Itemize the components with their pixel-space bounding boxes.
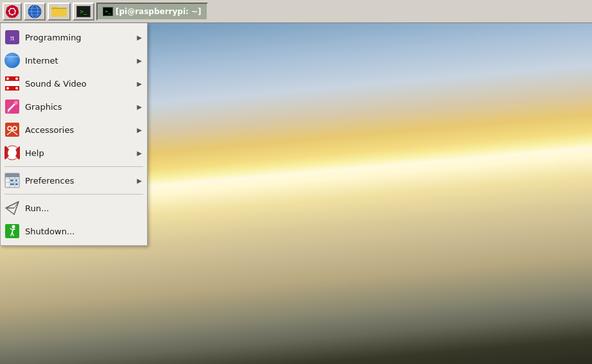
raspberry-icon bbox=[5, 4, 19, 19]
svg-point-2 bbox=[10, 9, 15, 14]
menu-item-programming[interactable]: π Programming ▶ bbox=[1, 26, 147, 49]
terminal-icon: >_ bbox=[76, 6, 91, 17]
internet-label: Internet bbox=[25, 56, 132, 65]
help-arrow: ▶ bbox=[137, 150, 142, 157]
svg-rect-46 bbox=[15, 180, 17, 182]
svg-text:π: π bbox=[10, 33, 15, 42]
svg-line-56 bbox=[12, 229, 15, 230]
file-manager-button[interactable] bbox=[48, 3, 71, 21]
help-icon bbox=[4, 145, 20, 160]
menu-item-sound-video[interactable]: Sound & Video ▶ bbox=[1, 72, 147, 95]
menu-item-graphics[interactable]: Graphics ▶ bbox=[1, 95, 147, 118]
svg-point-29 bbox=[14, 101, 18, 105]
menu-item-preferences[interactable]: Preferences ▶ bbox=[1, 169, 147, 192]
folder-icon bbox=[51, 5, 67, 18]
svg-point-26 bbox=[15, 87, 18, 90]
sound-video-arrow: ▶ bbox=[137, 80, 142, 87]
menu-divider-1 bbox=[4, 166, 143, 167]
internet-icon bbox=[4, 53, 20, 68]
terminal-launcher-button[interactable]: >_ bbox=[73, 3, 94, 21]
sound-video-icon bbox=[4, 76, 20, 91]
graphics-arrow: ▶ bbox=[137, 103, 142, 110]
globe-icon bbox=[28, 4, 42, 19]
programming-icon: π bbox=[4, 30, 20, 45]
programming-label: Programming bbox=[25, 33, 132, 42]
svg-point-23 bbox=[6, 78, 9, 80]
preferences-label: Preferences bbox=[25, 176, 132, 186]
menu-item-internet[interactable]: Internet ▶ bbox=[1, 49, 147, 72]
svg-rect-21 bbox=[5, 82, 19, 85]
run-icon bbox=[4, 200, 20, 216]
raspberry-menu-button[interactable] bbox=[3, 3, 22, 21]
web-browser-button[interactable] bbox=[24, 3, 46, 21]
svg-point-3 bbox=[11, 4, 13, 8]
menu-divider-2 bbox=[4, 194, 143, 195]
programming-arrow: ▶ bbox=[137, 34, 142, 41]
taskbar: >_ >_ [pi@raspberrypi: ~] bbox=[0, 0, 592, 23]
help-label: Help bbox=[25, 148, 132, 158]
svg-rect-16 bbox=[51, 8, 67, 9]
menu-item-run[interactable]: Run... bbox=[1, 196, 147, 220]
menu-item-help[interactable]: Help ▶ bbox=[1, 141, 147, 164]
svg-point-25 bbox=[6, 87, 9, 90]
svg-rect-45 bbox=[10, 180, 13, 182]
sound-video-label: Sound & Video bbox=[25, 79, 132, 89]
svg-rect-15 bbox=[51, 8, 67, 17]
shutdown-icon bbox=[4, 223, 20, 239]
menu-item-shutdown[interactable]: Shutdown... bbox=[1, 220, 147, 243]
run-label: Run... bbox=[25, 204, 142, 213]
menu-item-accessories[interactable]: Accessories ▶ bbox=[1, 118, 147, 141]
application-menu: π Programming ▶ Internet ▶ bbox=[0, 23, 148, 246]
svg-rect-47 bbox=[10, 184, 14, 186]
svg-rect-48 bbox=[15, 184, 18, 186]
accessories-label: Accessories bbox=[25, 125, 132, 135]
svg-rect-40 bbox=[5, 173, 19, 177]
terminal-app-icon: >_ bbox=[103, 7, 113, 16]
accessories-icon bbox=[4, 122, 20, 137]
terminal-app-button[interactable]: >_ [pi@raspberrypi: ~] bbox=[96, 3, 208, 21]
accessories-arrow: ▶ bbox=[137, 126, 142, 134]
graphics-label: Graphics bbox=[25, 102, 132, 112]
internet-arrow: ▶ bbox=[137, 57, 142, 64]
svg-point-24 bbox=[15, 78, 18, 80]
preferences-icon bbox=[4, 173, 20, 188]
shutdown-label: Shutdown... bbox=[25, 227, 142, 236]
terminal-app-label: [pi@raspberrypi: ~] bbox=[116, 7, 202, 16]
preferences-arrow: ▶ bbox=[137, 177, 142, 184]
graphics-icon bbox=[4, 99, 20, 114]
svg-point-38 bbox=[9, 150, 15, 156]
